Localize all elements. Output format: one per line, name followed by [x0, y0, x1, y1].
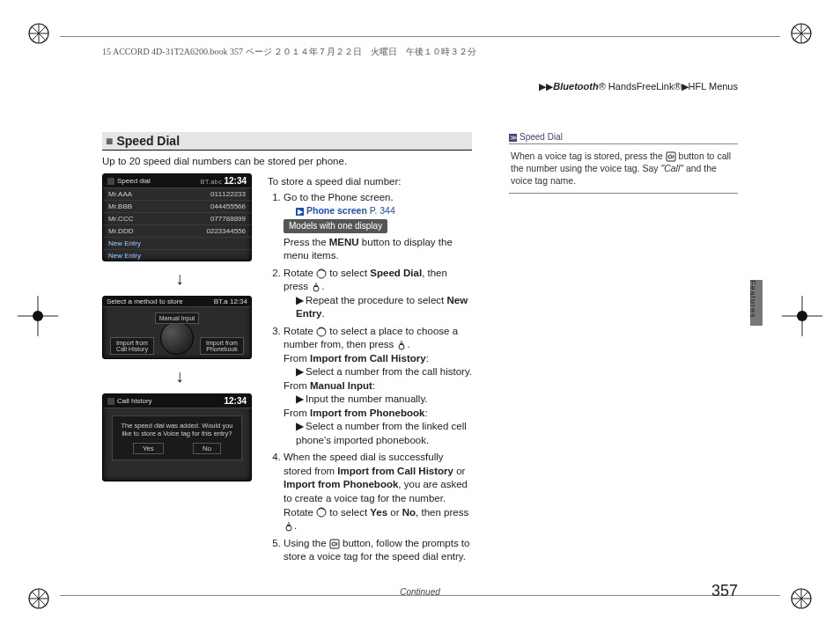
reg-mark-tl — [26, 21, 51, 46]
talk-button-icon — [666, 151, 676, 162]
rotate-dial-icon — [316, 507, 327, 518]
section-title: Speed Dial — [116, 134, 180, 148]
sidenote-body: When a voice tag is stored, press the bu… — [509, 143, 738, 194]
models-one-display-pill: Models with one display — [284, 219, 387, 233]
top-rule — [60, 36, 780, 37]
step-2: Rotate to select Speed Dial, then press … — [284, 267, 472, 321]
screenshot-speed-dial-list: Speed dial BT.abc 12:34 Mr.AAA011122233 … — [102, 173, 252, 261]
arrow-down-icon: ↓ — [102, 366, 257, 386]
svg-point-17 — [332, 542, 335, 546]
screenshot-select-method: Select a method to store BT.a 12:34 Manu… — [102, 296, 252, 359]
reg-mark-tr — [789, 21, 814, 46]
to-store-line: To store a speed dial number: — [268, 175, 472, 189]
svg-point-9 — [797, 311, 807, 321]
sidenote-title: ≫Speed Dial — [509, 132, 738, 142]
edge-tab-label: Features — [748, 280, 757, 319]
intro-text: Up to 20 speed dial numbers can be store… — [102, 156, 472, 166]
svg-point-19 — [668, 155, 672, 158]
crosshair-right — [782, 296, 822, 336]
arrow-down-icon: ↓ — [102, 268, 257, 289]
press-button-icon — [396, 340, 407, 350]
rotate-dial-icon — [316, 268, 327, 279]
doc-info: 15 ACCORD 4D-31T2A6200.book 357 ページ ２０１４… — [102, 46, 476, 58]
step-1: Go to the Phone screen. ▶Phone screen P.… — [284, 191, 472, 263]
step-5: Using the button, follow the prompts to … — [284, 537, 472, 564]
press-button-icon — [284, 521, 294, 532]
knob-icon — [160, 321, 194, 355]
step-3: Rotate to select a place to choose a num… — [284, 325, 472, 448]
svg-point-6 — [33, 311, 43, 321]
section-heading: ■Speed Dial — [102, 132, 472, 151]
ref-phone-screen: ▶Phone screen P. 344 — [296, 204, 472, 217]
press-menu-text: Press the MENU button to display the men… — [284, 236, 472, 263]
press-button-icon — [311, 282, 321, 292]
rotate-dial-icon — [316, 327, 327, 337]
screenshot-voice-tag-dialog: Call history 12:34 The speed dial was ad… — [102, 393, 252, 481]
step-4: When the speed dial is successfully stor… — [284, 451, 472, 533]
crosshair-left — [18, 296, 58, 336]
talk-button-icon — [329, 539, 340, 549]
page-number: 357 — [711, 582, 738, 600]
breadcrumb: ▶▶Bluetooth® HandsFreeLink®▶HFL Menus — [539, 81, 738, 92]
